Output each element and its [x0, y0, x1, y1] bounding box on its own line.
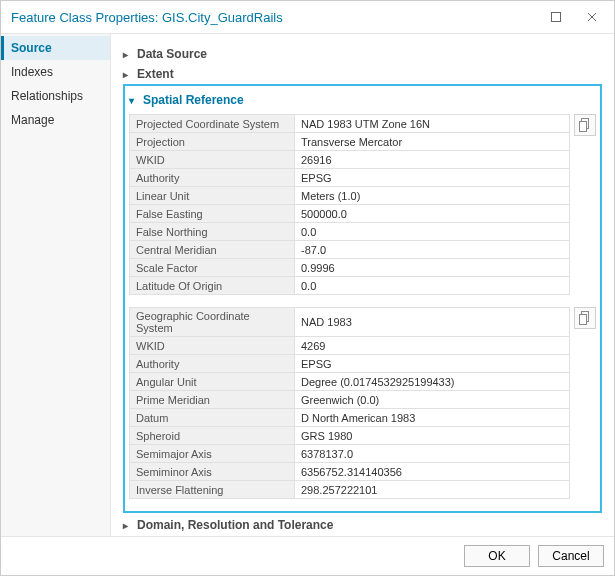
window-controls: [542, 7, 606, 27]
close-icon[interactable]: [578, 7, 606, 27]
property-key: Semimajor Axis: [130, 445, 295, 463]
property-value: EPSG: [295, 355, 570, 373]
table-row: Inverse Flattening298.257222101: [130, 481, 570, 499]
svg-rect-6: [580, 315, 587, 325]
sidebar-item-relationships[interactable]: Relationships: [1, 84, 110, 108]
copy-button[interactable]: [574, 114, 596, 136]
property-key: Inverse Flattening: [130, 481, 295, 499]
sidebar: Source Indexes Relationships Manage: [1, 34, 111, 536]
property-value: 4269: [295, 337, 570, 355]
section-data-source[interactable]: ▸ Data Source: [123, 44, 602, 64]
sidebar-item-label: Source: [11, 41, 52, 55]
sidebar-item-source[interactable]: Source: [1, 36, 110, 60]
table-row: WKID4269: [130, 337, 570, 355]
sidebar-item-label: Relationships: [11, 89, 83, 103]
footer: OK Cancel: [1, 537, 614, 575]
property-value: 26916: [295, 151, 570, 169]
property-value: 500000.0: [295, 205, 570, 223]
svg-rect-4: [580, 122, 587, 132]
spatial-reference-box: ▾ Spatial Reference Projected Coordinate…: [123, 84, 602, 513]
property-key: Latitude Of Origin: [130, 277, 295, 295]
chevron-right-icon: ▸: [123, 520, 133, 531]
property-value: -87.0: [295, 241, 570, 259]
section-domain[interactable]: ▸ Domain, Resolution and Tolerance: [123, 515, 602, 535]
property-key: False Easting: [130, 205, 295, 223]
property-value: 298.257222101: [295, 481, 570, 499]
sidebar-item-label: Manage: [11, 113, 54, 127]
cancel-button[interactable]: Cancel: [538, 545, 604, 567]
ok-button[interactable]: OK: [464, 545, 530, 567]
sidebar-item-label: Indexes: [11, 65, 53, 79]
chevron-right-icon: ▸: [123, 49, 133, 60]
property-key: Projected Coordinate System: [130, 115, 295, 133]
property-key: Datum: [130, 409, 295, 427]
property-key: WKID: [130, 151, 295, 169]
copy-button[interactable]: [574, 307, 596, 329]
property-key: Semiminor Axis: [130, 463, 295, 481]
section-label: Extent: [137, 67, 174, 81]
property-value: 6356752.314140356: [295, 463, 570, 481]
chevron-down-icon: ▾: [129, 95, 139, 106]
maximize-icon[interactable]: [542, 7, 570, 27]
property-key: Angular Unit: [130, 373, 295, 391]
table-row: Angular UnitDegree (0.0174532925199433): [130, 373, 570, 391]
property-key: Central Meridian: [130, 241, 295, 259]
property-key: Linear Unit: [130, 187, 295, 205]
property-value: GRS 1980: [295, 427, 570, 445]
section-label: Spatial Reference: [143, 93, 244, 107]
property-key: WKID: [130, 337, 295, 355]
svg-rect-0: [552, 13, 561, 22]
property-key: Scale Factor: [130, 259, 295, 277]
property-key: Projection: [130, 133, 295, 151]
table-row: WKID26916: [130, 151, 570, 169]
property-value: D North American 1983: [295, 409, 570, 427]
table-row: Geographic Coordinate SystemNAD 1983: [130, 308, 570, 337]
property-value: 0.0: [295, 277, 570, 295]
section-spatial-reference[interactable]: ▾ Spatial Reference: [129, 90, 596, 110]
sidebar-item-manage[interactable]: Manage: [1, 108, 110, 132]
table-row: SpheroidGRS 1980: [130, 427, 570, 445]
section-label: Data Source: [137, 47, 207, 61]
property-value: EPSG: [295, 169, 570, 187]
section-extent[interactable]: ▸ Extent: [123, 64, 602, 84]
table-row: AuthorityEPSG: [130, 355, 570, 373]
table-row: Linear UnitMeters (1.0): [130, 187, 570, 205]
sidebar-item-indexes[interactable]: Indexes: [1, 60, 110, 84]
table-row: Central Meridian-87.0: [130, 241, 570, 259]
section-label: Domain, Resolution and Tolerance: [137, 518, 333, 532]
property-key: Geographic Coordinate System: [130, 308, 295, 337]
table-row: Semiminor Axis6356752.314140356: [130, 463, 570, 481]
chevron-right-icon: ▸: [123, 69, 133, 80]
property-key: False Northing: [130, 223, 295, 241]
property-value: NAD 1983 UTM Zone 16N: [295, 115, 570, 133]
table-row: False Easting500000.0: [130, 205, 570, 223]
table-row: AuthorityEPSG: [130, 169, 570, 187]
window-title: Feature Class Properties: GIS.City_Guard…: [11, 10, 283, 25]
property-value: Transverse Mercator: [295, 133, 570, 151]
property-value: 6378137.0: [295, 445, 570, 463]
property-value: Greenwich (0.0): [295, 391, 570, 409]
table-row: Projected Coordinate SystemNAD 1983 UTM …: [130, 115, 570, 133]
table-row: ProjectionTransverse Mercator: [130, 133, 570, 151]
property-value: Degree (0.0174532925199433): [295, 373, 570, 391]
table-row: Prime MeridianGreenwich (0.0): [130, 391, 570, 409]
property-key: Spheroid: [130, 427, 295, 445]
projected-table: Projected Coordinate SystemNAD 1983 UTM …: [129, 114, 570, 295]
property-value: NAD 1983: [295, 308, 570, 337]
table-row: Latitude Of Origin0.0: [130, 277, 570, 295]
property-key: Authority: [130, 355, 295, 373]
table-row: Semimajor Axis6378137.0: [130, 445, 570, 463]
table-row: DatumD North American 1983: [130, 409, 570, 427]
property-key: Prime Meridian: [130, 391, 295, 409]
property-value: 0.0: [295, 223, 570, 241]
geographic-table: Geographic Coordinate SystemNAD 1983WKID…: [129, 307, 570, 499]
property-key: Authority: [130, 169, 295, 187]
table-row: False Northing0.0: [130, 223, 570, 241]
content-area: ▸ Data Source ▸ Extent ▾ Spatial Referen…: [111, 34, 614, 536]
property-value: 0.9996: [295, 259, 570, 277]
table-row: Scale Factor0.9996: [130, 259, 570, 277]
titlebar: Feature Class Properties: GIS.City_Guard…: [1, 1, 614, 34]
property-value: Meters (1.0): [295, 187, 570, 205]
